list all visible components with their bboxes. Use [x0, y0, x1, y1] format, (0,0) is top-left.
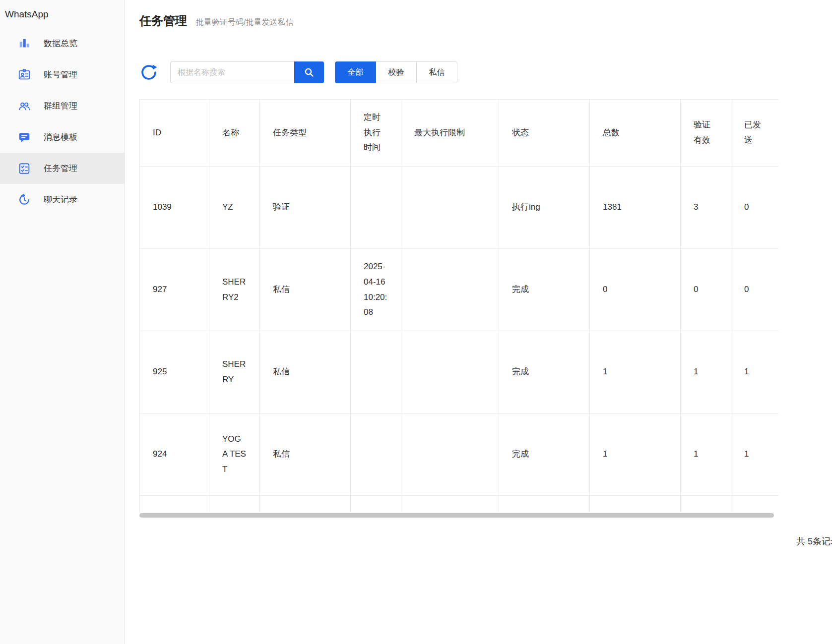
table-cell: 完成	[499, 331, 590, 413]
table-cell	[401, 331, 499, 413]
table-cell: 完成	[499, 413, 590, 496]
page-header: 任务管理 批量验证号码/批量发送私信	[139, 13, 832, 29]
table-cell: SHERRY	[209, 331, 260, 413]
table-cell	[401, 496, 499, 512]
table-cell	[351, 496, 401, 512]
sidebar-item-label: 消息模板	[44, 131, 77, 143]
table-cell	[260, 496, 351, 512]
records-count: 共 5条记录	[796, 535, 832, 547]
table-cell	[351, 413, 401, 496]
table-cell: 925	[140, 331, 209, 413]
search-input[interactable]	[170, 61, 294, 83]
table-cell	[401, 167, 499, 249]
sidebar-item-label: 任务管理	[44, 163, 77, 174]
table-cell	[140, 496, 209, 512]
column-header-total: 总数	[590, 100, 681, 167]
table-cell: 1	[590, 331, 681, 413]
toolbar: 全部 校验 私信	[139, 61, 832, 83]
sidebar-item-label: 聊天记录	[44, 194, 77, 205]
sidebar-item-label: 账号管理	[44, 69, 77, 80]
table-row: 1039YZ验证执行ing138130	[140, 167, 779, 249]
refresh-icon	[139, 63, 158, 82]
search-button[interactable]	[294, 61, 324, 83]
sidebar-item-task-management[interactable]: 任务管理	[0, 153, 125, 184]
table-cell: 0	[731, 249, 779, 331]
bar-chart-icon	[17, 36, 32, 51]
table-cell: 0	[681, 249, 731, 331]
task-table-wrapper: ID 名称 任务类型 定时执行时间 最大执行限制 状态 总数 验证有效 已发送 …	[139, 99, 778, 512]
sidebar: WhatsApp 数据总览	[0, 0, 125, 644]
table-cell	[401, 249, 499, 331]
message-icon	[17, 130, 32, 145]
sidebar-item-chat-history[interactable]: 聊天记录	[0, 184, 125, 215]
table-cell: 执行ing	[499, 167, 590, 249]
table-cell: 924	[140, 413, 209, 496]
table-cell	[590, 496, 681, 512]
table-row-partial	[140, 496, 779, 512]
table-row: 925SHERRY私信完成111	[140, 331, 779, 413]
filter-all[interactable]: 全部	[335, 61, 376, 83]
column-header-sent: 已发送	[731, 100, 779, 167]
table-cell	[209, 496, 260, 512]
table-cell: 私信	[260, 331, 351, 413]
main-content: 任务管理 批量验证号码/批量发送私信 全部 校验 私信	[125, 0, 832, 644]
table-cell	[351, 331, 401, 413]
column-header-task-type: 任务类型	[260, 100, 351, 167]
refresh-button[interactable]	[139, 63, 158, 82]
sidebar-item-message-template[interactable]: 消息模板	[0, 121, 125, 153]
table-header-row: ID 名称 任务类型 定时执行时间 最大执行限制 状态 总数 验证有效 已发送	[140, 100, 779, 167]
task-list-icon	[17, 161, 32, 176]
sidebar-item-label: 群组管理	[44, 100, 77, 112]
column-header-status: 状态	[499, 100, 590, 167]
table-cell: 1	[590, 413, 681, 496]
table-cell: YOGA TEST	[209, 413, 260, 496]
filter-group: 全部 校验 私信	[335, 61, 457, 83]
column-header-max-limit: 最大执行限制	[401, 100, 499, 167]
table-cell: 1039	[140, 167, 209, 249]
filter-direct-message[interactable]: 私信	[416, 61, 457, 83]
table-cell: 1	[731, 413, 779, 496]
column-header-name: 名称	[209, 100, 260, 167]
page-title: 任务管理	[139, 13, 187, 29]
table-row: 927SHERRY2私信2025-04-16 10:20:08完成000	[140, 249, 779, 331]
table-cell: 1	[681, 331, 731, 413]
column-header-verified-valid: 验证有效	[681, 100, 731, 167]
id-card-icon	[17, 67, 32, 82]
table-cell: YZ	[209, 167, 260, 249]
table-cell: 1	[681, 413, 731, 496]
search-bar	[170, 61, 324, 83]
search-icon	[303, 66, 315, 78]
table-cell: 私信	[260, 413, 351, 496]
table-cell: 私信	[260, 249, 351, 331]
table-cell	[499, 496, 590, 512]
sidebar-nav: 数据总览 账号管理	[0, 28, 125, 215]
table-cell	[401, 413, 499, 496]
table-cell	[731, 496, 779, 512]
table-cell: 3	[681, 167, 731, 249]
sidebar-item-account-management[interactable]: 账号管理	[0, 59, 125, 90]
sidebar-item-data-overview[interactable]: 数据总览	[0, 28, 125, 59]
table-cell: 0	[731, 167, 779, 249]
table-cell: 2025-04-16 10:20:08	[351, 249, 401, 331]
horizontal-scrollbar[interactable]	[139, 513, 774, 518]
table-cell: 验证	[260, 167, 351, 249]
column-header-id: ID	[140, 100, 209, 167]
table-cell: 0	[590, 249, 681, 331]
sidebar-item-group-management[interactable]: 群组管理	[0, 90, 125, 121]
table-cell: 927	[140, 249, 209, 331]
table-cell: SHERRY2	[209, 249, 260, 331]
sidebar-item-label: 数据总览	[44, 38, 77, 49]
page-subtitle: 批量验证号码/批量发送私信	[196, 17, 293, 28]
column-header-scheduled-time: 定时执行时间	[351, 100, 401, 167]
filter-verify[interactable]: 校验	[376, 61, 417, 83]
group-icon	[17, 99, 32, 114]
table-cell	[351, 167, 401, 249]
table-cell: 完成	[499, 249, 590, 331]
app-brand: WhatsApp	[0, 0, 125, 28]
task-table: ID 名称 任务类型 定时执行时间 最大执行限制 状态 总数 验证有效 已发送 …	[139, 99, 778, 512]
table-cell: 1	[731, 331, 779, 413]
history-icon	[17, 192, 32, 207]
table-row: 924YOGA TEST私信完成111	[140, 413, 779, 496]
table-cell	[681, 496, 731, 512]
table-body: 1039YZ验证执行ing138130927SHERRY2私信2025-04-1…	[140, 167, 779, 512]
